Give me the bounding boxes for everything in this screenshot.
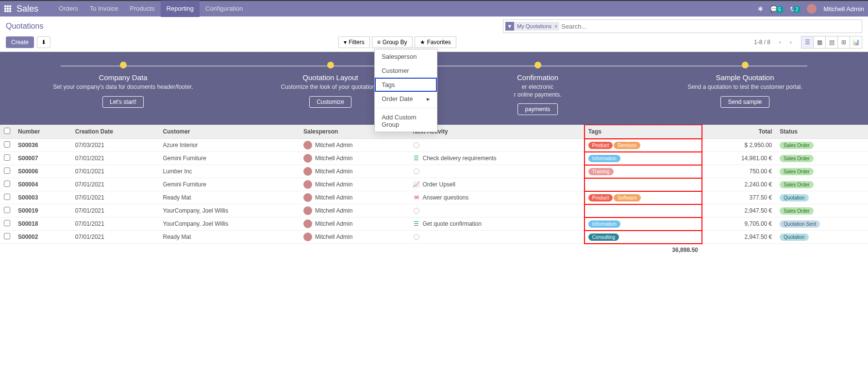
table-row[interactable]: S0001907/01/2021YourCompany, Joel Willis… <box>0 204 868 217</box>
tag-product: Product <box>588 142 613 149</box>
groupby-add-custom[interactable]: Add Custom Group <box>375 110 437 132</box>
step-action-button[interactable]: payments <box>517 103 557 115</box>
activity-icon[interactable] <box>413 168 420 175</box>
view-graph-icon[interactable]: 📊 <box>850 36 862 49</box>
step-action-button[interactable]: Let's start! <box>102 96 144 108</box>
col-number[interactable]: Number <box>14 125 71 139</box>
top-nav: Sales OrdersTo InvoiceProductsReportingC… <box>0 0 868 17</box>
activity-icon[interactable] <box>413 142 420 149</box>
nav-item-configuration[interactable]: Configuration <box>200 0 249 17</box>
row-checkbox[interactable] <box>4 207 10 213</box>
cell-date: 07/01/2021 <box>71 231 159 244</box>
status-badge: Quotation <box>780 194 808 201</box>
cell-date: 07/01/2021 <box>71 165 159 178</box>
row-checkbox[interactable] <box>4 220 10 226</box>
table-row[interactable]: S0003607/03/2021Azure InteriorMitchell A… <box>0 139 868 152</box>
user-avatar-icon[interactable] <box>807 4 817 14</box>
groupby-option-tags[interactable]: Tags <box>375 78 437 92</box>
cell-total: 750.00 € <box>702 165 776 178</box>
tag-training: Training <box>588 168 614 175</box>
tag-consulting: Consulting <box>588 234 619 241</box>
nav-item-to-invoice[interactable]: To Invoice <box>84 0 124 17</box>
groupby-option-order-date[interactable]: Order Date▸ <box>375 92 437 106</box>
view-pivot-icon[interactable]: ⊞ <box>837 36 850 49</box>
row-checkbox[interactable] <box>4 233 10 239</box>
funnel-icon: ▾ <box>344 39 347 46</box>
facet-remove-icon[interactable]: × <box>554 23 559 29</box>
cell-total: $ 2,950.00 <box>702 139 776 152</box>
activity-icon[interactable]: ☰ <box>413 220 420 227</box>
col-status[interactable]: Status <box>776 125 868 139</box>
table-row[interactable]: S0000707/01/2021Gemini FurnitureMitchell… <box>0 152 868 165</box>
pager-next-icon[interactable]: › <box>786 37 796 48</box>
cell-date: 07/03/2021 <box>71 139 159 152</box>
col-tags[interactable]: Tags <box>584 125 702 139</box>
table-row[interactable]: S0000607/01/2021Lumber IncMitchell Admin… <box>0 165 868 178</box>
cell-customer: Ready Mat <box>159 231 300 244</box>
activity-icon[interactable]: ✉ <box>413 194 420 201</box>
avatar-icon <box>303 219 312 228</box>
svg-rect-2 <box>9 5 11 7</box>
user-name[interactable]: Mitchell Admin <box>823 5 864 13</box>
nav-item-orders[interactable]: Orders <box>53 0 84 17</box>
activity-icon[interactable]: 📈 <box>413 181 420 188</box>
table-row[interactable]: S0001807/01/2021YourCompany, Joel Willis… <box>0 217 868 231</box>
messages-icon[interactable]: 💬5 <box>770 5 783 13</box>
col-total[interactable]: Total <box>702 125 776 139</box>
table-row[interactable]: S0000307/01/2021Ready MatMitchell Admin✉… <box>0 191 868 204</box>
select-all-checkbox[interactable] <box>4 128 10 134</box>
favorites-button[interactable]: ★Favorites <box>415 36 456 48</box>
activity-icon[interactable]: ☰ <box>413 155 420 162</box>
cell-tags: ProductSoftware <box>584 191 702 204</box>
row-checkbox[interactable] <box>4 181 10 187</box>
nav-item-reporting[interactable]: Reporting <box>161 0 200 17</box>
cell-date: 07/01/2021 <box>71 204 159 217</box>
step-dot-icon <box>534 62 541 68</box>
app-brand[interactable]: Sales <box>17 4 38 14</box>
row-checkbox[interactable] <box>4 167 10 174</box>
step-dot-icon <box>327 62 334 68</box>
step-title: Sample Quotation <box>641 73 849 82</box>
step-action-button[interactable]: Customize <box>309 96 351 108</box>
step-desc: er electronicr online payments. <box>434 83 641 99</box>
view-calendar-icon[interactable]: ▤ <box>825 36 838 49</box>
view-kanban-icon[interactable]: ▦ <box>813 36 826 49</box>
step-desc: Set your company's data for documents he… <box>19 83 227 91</box>
cell-tags: Training <box>584 165 702 178</box>
apps-icon[interactable] <box>4 5 12 13</box>
groupby-button[interactable]: ≡Group By <box>372 36 413 48</box>
table-row[interactable]: S0000407/01/2021Gemini FurnitureMitchell… <box>0 178 868 191</box>
groupby-option-customer[interactable]: Customer <box>375 64 437 78</box>
table-row[interactable]: S0000207/01/2021Ready MatMitchell AdminC… <box>0 231 868 244</box>
cell-tags <box>584 204 702 217</box>
download-button[interactable]: ⬇ <box>37 36 50 48</box>
filters-button[interactable]: ▾Filters <box>338 36 370 48</box>
row-checkbox[interactable] <box>4 154 10 161</box>
search-box[interactable]: ▼ My Quotations × <box>503 19 862 33</box>
svg-rect-7 <box>7 10 9 12</box>
create-button[interactable]: Create <box>6 36 34 48</box>
step-action-button[interactable]: Send sample <box>720 96 769 108</box>
step-title: Confirmation <box>434 73 641 82</box>
nav-item-products[interactable]: Products <box>124 0 160 17</box>
cell-number: S00004 <box>14 178 71 191</box>
bug-icon[interactable]: ✱ <box>758 5 763 13</box>
cell-number: S00003 <box>14 191 71 204</box>
row-checkbox[interactable] <box>4 194 10 200</box>
col-customer[interactable]: Customer <box>159 125 300 139</box>
cell-status: Quotation <box>776 231 868 244</box>
svg-rect-3 <box>4 8 6 10</box>
svg-rect-0 <box>4 5 6 7</box>
row-checkbox[interactable] <box>4 141 10 148</box>
groupby-option-salesperson[interactable]: Salesperson <box>375 50 437 64</box>
view-list-icon[interactable]: ☰ <box>801 36 814 49</box>
activity-icon[interactable] <box>413 234 420 240</box>
status-badge: Sales Order <box>780 168 813 175</box>
cell-status: Sales Order <box>776 139 868 152</box>
cell-salesperson: Mitchell Admin <box>300 191 409 204</box>
col-creation-date[interactable]: Creation Date <box>71 125 159 139</box>
activities-icon[interactable]: ↻2 <box>790 5 801 13</box>
search-input[interactable] <box>561 23 860 30</box>
activity-icon[interactable] <box>413 207 420 214</box>
pager-prev-icon[interactable]: ‹ <box>775 37 785 48</box>
